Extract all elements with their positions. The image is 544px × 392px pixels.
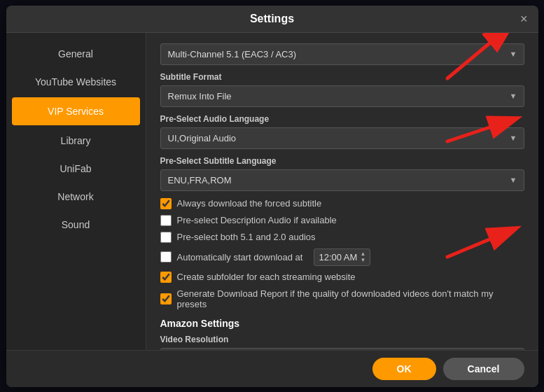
checkbox-item-auto-download: Automatically start download at 12:00 AM… — [160, 248, 524, 266]
cancel-button[interactable]: Cancel — [443, 358, 524, 380]
amazon-settings-heading: Amazon Settings — [160, 318, 524, 329]
subtitle-format-label: Subtitle Format — [160, 72, 524, 82]
ok-button[interactable]: OK — [372, 358, 436, 380]
dialog-header: Settings × — [6, 6, 538, 33]
content-area: Multi-Channel 5.1 (EAC3 / AC3) ▼ Subtitl… — [146, 33, 538, 350]
time-picker: 12:00 AM ▲ ▼ — [314, 248, 370, 266]
checkbox-group: Always download the forced subtitle Pre-… — [160, 198, 524, 309]
dialog-body: General YouTube Websites VIP Services Li… — [6, 33, 538, 350]
sidebar-item-sound[interactable]: Sound — [6, 211, 146, 239]
sidebar: General YouTube Websites VIP Services Li… — [6, 33, 146, 350]
checkbox-51-20-label: Pre-select both 5.1 and 2.0 audios — [177, 232, 316, 242]
subtitle-format-section: Subtitle Format Remux Into File ▼ — [160, 72, 524, 107]
sidebar-item-youtube-websites[interactable]: YouTube Websites — [6, 68, 146, 96]
sidebar-item-unifab[interactable]: UniFab — [6, 155, 146, 183]
dialog-footer: OK Cancel — [6, 350, 538, 387]
sidebar-item-general[interactable]: General — [6, 40, 146, 68]
sidebar-item-vip-services[interactable]: VIP Services — [12, 97, 140, 125]
sidebar-item-network[interactable]: Network — [6, 183, 146, 211]
audio-format-section: Multi-Channel 5.1 (EAC3 / AC3) ▼ — [160, 43, 524, 65]
settings-dialog: Settings × General YouTube Websites VIP … — [6, 6, 538, 387]
checkbox-item-subfolder: Create subfolder for each streaming webs… — [160, 272, 524, 283]
time-value: 12:00 AM — [319, 252, 357, 262]
audio-language-label: Pre-Select Audio Language — [160, 114, 524, 124]
time-arrows: ▲ ▼ — [360, 251, 365, 263]
subtitle-language-section: Pre-Select Subtitle Language ENU,FRA,ROM… — [160, 156, 524, 191]
checkbox-download-report-label: Generate Download Report if the quality … — [177, 288, 524, 309]
checkbox-auto-download[interactable] — [160, 251, 172, 262]
close-button[interactable]: × — [520, 13, 528, 25]
subtitle-language-label: Pre-Select Subtitle Language — [160, 156, 524, 166]
audio-language-wrapper: UI,Original Audio ▼ — [160, 127, 524, 149]
checkbox-51-20[interactable] — [160, 232, 172, 243]
video-resolution-label: Video Resolution — [160, 335, 524, 344]
dialog-overlay: Settings × General YouTube Websites VIP … — [0, 0, 544, 392]
checkbox-item-download-report: Generate Download Report if the quality … — [160, 288, 524, 309]
time-up-arrow-icon[interactable]: ▲ — [360, 251, 365, 257]
time-down-arrow-icon[interactable]: ▼ — [360, 258, 365, 263]
audio-language-section: Pre-Select Audio Language UI,Original Au… — [160, 114, 524, 149]
checkbox-forced-subtitle[interactable] — [160, 198, 172, 209]
video-resolution-select[interactable] — [160, 348, 524, 350]
audio-format-select[interactable]: Multi-Channel 5.1 (EAC3 / AC3) — [160, 43, 524, 65]
checkbox-forced-subtitle-label: Always download the forced subtitle — [177, 198, 322, 209]
checkbox-item-desc-audio: Pre-select Description Audio if availabl… — [160, 215, 524, 226]
audio-language-select[interactable]: UI,Original Audio — [160, 127, 524, 149]
subtitle-language-wrapper: ENU,FRA,ROM ▼ — [160, 169, 524, 191]
checkbox-item-forced-subtitle: Always download the forced subtitle — [160, 198, 524, 209]
checkbox-desc-audio-label: Pre-select Description Audio if availabl… — [177, 215, 337, 225]
video-resolution-wrapper: ▼ — [160, 348, 524, 350]
checkbox-auto-download-label: Automatically start download at — [177, 252, 303, 262]
sidebar-item-library[interactable]: Library — [6, 127, 146, 155]
checkbox-download-report[interactable] — [160, 293, 172, 304]
checkbox-subfolder-label: Create subfolder for each streaming webs… — [177, 272, 356, 282]
checkbox-subfolder[interactable] — [160, 272, 172, 283]
checkbox-item-51-20: Pre-select both 5.1 and 2.0 audios — [160, 232, 524, 243]
dialog-title: Settings — [250, 13, 294, 25]
subtitle-language-select[interactable]: ENU,FRA,ROM — [160, 169, 524, 191]
audio-format-wrapper: Multi-Channel 5.1 (EAC3 / AC3) ▼ — [160, 43, 524, 65]
subtitle-format-wrapper: Remux Into File ▼ — [160, 85, 524, 107]
subtitle-format-select[interactable]: Remux Into File — [160, 85, 524, 107]
checkbox-desc-audio[interactable] — [160, 215, 172, 226]
